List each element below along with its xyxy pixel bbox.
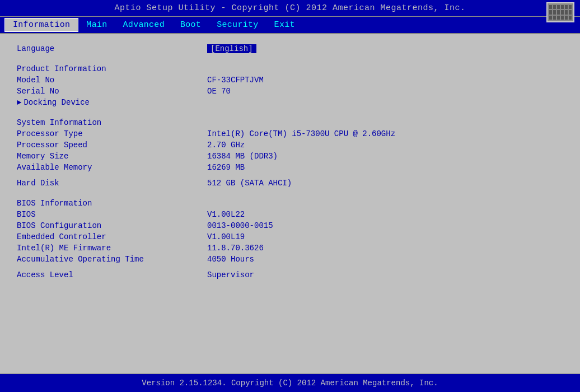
processor-speed-row: Processor Speed 2.70 GHz (17, 139, 563, 151)
available-memory-value: 16269 MB (207, 163, 245, 172)
serial-no-row: Serial No OE 70 (17, 86, 563, 97)
hard-disk-value: 512 GB (SATA AHCI) (207, 179, 292, 188)
language-value[interactable]: [English] (207, 44, 256, 53)
processor-speed-label: Processor Speed (17, 141, 207, 150)
access-level-value: Supervisor (207, 270, 254, 279)
memory-size-label: Memory Size (17, 152, 207, 161)
main-content: Language [English] Product Information M… (0, 34, 580, 374)
nav-item-advanced[interactable]: Advanced (115, 18, 172, 31)
intel-me-row: Intel(R) ME Firmware 11.8.70.3626 (17, 242, 563, 254)
serial-no-label: Serial No (17, 87, 207, 96)
nav-item-boot[interactable]: Boot (172, 18, 209, 31)
keyboard-icon (546, 2, 574, 22)
processor-type-row: Processor Type Intel(R) Core(TM) i5-7300… (17, 128, 563, 139)
embedded-controller-value: V1.00L19 (207, 232, 245, 241)
hard-disk-row: Hard Disk 512 GB (SATA AHCI) (17, 178, 563, 189)
model-no-label: Model No (17, 76, 207, 85)
bios-container: Aptio Setup Utility - Copyright (C) 2012… (0, 0, 580, 392)
processor-type-label: Processor Type (17, 129, 207, 138)
footer-text: Version 2.15.1234. Copyright (C) 2012 Am… (142, 379, 438, 388)
access-level-row: Access Level Supervisor (17, 269, 563, 281)
processor-type-value: Intel(R) Core(TM) i5-7300U CPU @ 2.60GHz (207, 129, 395, 138)
bios-config-label: BIOS Configuration (17, 221, 207, 230)
bios-config-row: BIOS Configuration 0013-0000-0015 (17, 220, 563, 231)
accumulative-label: Accumulative Operating Time (17, 255, 207, 264)
serial-no-value: OE 70 (207, 87, 231, 96)
model-no-value: CF-33CFPTJVM (207, 76, 264, 85)
nav-item-security[interactable]: Security (209, 18, 266, 31)
footer: Version 2.15.1234. Copyright (C) 2012 Am… (0, 374, 580, 392)
docking-device-label[interactable]: Docking Device (24, 98, 203, 107)
accumulative-row: Accumulative Operating Time 4050 Hours (17, 254, 563, 265)
accumulative-value: 4050 Hours (207, 255, 254, 264)
access-level-label: Access Level (17, 270, 207, 279)
language-row: Language [English] (17, 43, 563, 54)
nav-item-exit[interactable]: Exit (266, 18, 303, 31)
docking-arrow: ► (17, 98, 21, 107)
intel-me-value: 11.8.70.3626 (207, 244, 264, 253)
processor-speed-value: 2.70 GHz (207, 141, 245, 150)
language-label: Language (17, 44, 207, 53)
hard-disk-label: Hard Disk (17, 179, 207, 188)
memory-size-row: Memory Size 16384 MB (DDR3) (17, 151, 563, 162)
embedded-controller-label: Embedded Controller (17, 232, 207, 241)
bios-row: BIOS V1.00L22 (17, 209, 563, 220)
available-memory-row: Available Memory 16269 MB (17, 162, 563, 173)
header-title: Aptio Setup Utility - Copyright (C) 2012… (114, 3, 465, 13)
product-info-header: Product Information (17, 64, 563, 73)
system-info-header: System Information (17, 118, 563, 127)
nav-item-information[interactable]: Information (4, 18, 78, 32)
memory-size-value: 16384 MB (DDR3) (207, 152, 278, 161)
docking-device-row: ► Docking Device (17, 97, 563, 108)
nav-item-main[interactable]: Main (78, 18, 115, 31)
intel-me-label: Intel(R) ME Firmware (17, 244, 207, 253)
bios-config-value: 0013-0000-0015 (207, 221, 273, 230)
embedded-controller-row: Embedded Controller V1.00L19 (17, 231, 563, 242)
bios-label: BIOS (17, 210, 207, 219)
available-memory-label: Available Memory (17, 163, 207, 172)
model-no-row: Model No CF-33CFPTJVM (17, 74, 563, 86)
bios-value: V1.00L22 (207, 210, 245, 219)
header: Aptio Setup Utility - Copyright (C) 2012… (0, 0, 580, 17)
bios-info-header: BIOS Information (17, 199, 563, 208)
navbar: Information Main Advanced Boot Security … (0, 17, 580, 34)
